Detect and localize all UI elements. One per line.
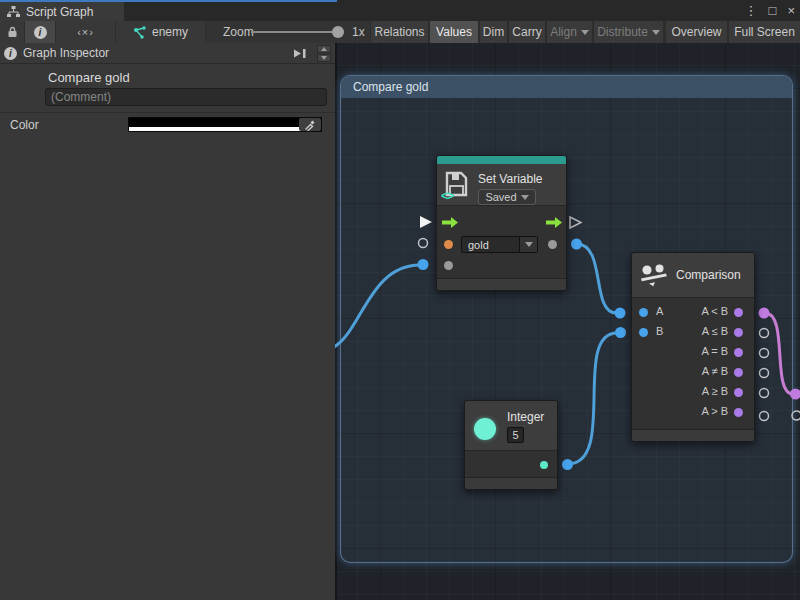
port-unconnected[interactable] — [760, 412, 769, 421]
script-graph-window: Script Graph ⋮ □ × i ‹×› enemy — [0, 0, 800, 600]
dropdown-arrow-button[interactable] — [519, 237, 537, 252]
wire-integer-to-comparison-b[interactable] — [568, 333, 617, 464]
port-output-a-lt-b[interactable] — [734, 308, 743, 317]
port-unconnected[interactable] — [760, 349, 769, 358]
info-icon: i — [4, 47, 17, 60]
toolbar-button-values[interactable]: Values — [430, 21, 478, 43]
wire-endpoint-purple[interactable] — [790, 389, 800, 400]
zoom-value: 1x — [352, 25, 365, 39]
output-label: A < B — [701, 305, 728, 317]
node-header[interactable]: <> Set Variable Saved — [437, 164, 566, 206]
color-label: Color — [10, 118, 39, 132]
toolbar-button-align[interactable]: Align — [547, 21, 592, 43]
color-swatch[interactable] — [128, 117, 322, 132]
wire-endpoint-blue[interactable] — [615, 308, 626, 319]
port-output-a-gt-b[interactable] — [734, 408, 743, 417]
wire-endpoint-blue[interactable] — [615, 327, 626, 338]
toolbar-button-overview[interactable]: Overview — [666, 21, 727, 43]
eyedropper-button[interactable] — [299, 118, 321, 131]
divider — [0, 112, 335, 113]
toolbar-button-carry[interactable]: Carry — [509, 21, 545, 43]
flow-out-port[interactable] — [545, 216, 563, 229]
wire-endpoint-blue[interactable] — [562, 459, 573, 470]
wire-setvariable-to-comparison-a[interactable] — [577, 244, 616, 313]
port-integer-out[interactable] — [540, 461, 548, 469]
graph-breadcrumb[interactable]: enemy — [116, 21, 205, 43]
port-fallback-in[interactable] — [444, 261, 453, 270]
input-label: B — [656, 325, 663, 337]
lock-icon — [7, 26, 18, 38]
port-value-out[interactable] — [548, 240, 557, 249]
chevron-down-icon — [581, 30, 589, 35]
node-comparison[interactable]: Comparison A A < B B A ≤ B A = B — [631, 252, 755, 442]
output-label: A > B — [701, 405, 728, 417]
code-glyph: <> — [441, 189, 453, 203]
close-icon[interactable]: × — [787, 0, 795, 21]
chevron-down-icon — [525, 242, 533, 247]
graph-canvas[interactable]: Compare gold — [335, 43, 800, 600]
wire-endpoint-blue[interactable] — [571, 239, 582, 250]
node-integer[interactable]: Integer 5 — [464, 400, 558, 490]
port-output-a-lte-b[interactable] — [734, 328, 743, 337]
wire-endpoint-purple[interactable] — [759, 308, 770, 319]
port-unconnected[interactable] — [419, 239, 428, 248]
alpha-strip — [129, 127, 301, 131]
zoom-slider-handle[interactable] — [332, 26, 344, 38]
flow-out-triangle-port[interactable] — [570, 217, 581, 228]
node-accent-strip — [437, 156, 566, 164]
port-unconnected[interactable] — [760, 329, 769, 338]
output-label: A ≥ B — [702, 385, 728, 397]
toolbar-button-dim[interactable]: Dim — [480, 21, 507, 43]
node-title: Comparison — [676, 268, 741, 282]
variable-kind-dropdown[interactable]: Saved — [478, 189, 536, 205]
spinner-up-button[interactable] — [317, 45, 331, 53]
port-input-a[interactable] — [639, 308, 648, 317]
toolbar-button-relations[interactable]: Relations — [371, 21, 428, 43]
graph-title: Compare gold — [48, 70, 130, 85]
port-variable-name[interactable] — [444, 240, 453, 249]
panel-spinner — [317, 45, 331, 62]
node-header[interactable]: Comparison — [632, 253, 754, 298]
comparison-row: A A < B — [632, 302, 754, 322]
chevron-down-icon — [521, 195, 529, 200]
inspector-title: Graph Inspector — [23, 46, 286, 60]
port-unconnected[interactable] — [760, 389, 769, 398]
port-output-a-neq-b[interactable] — [734, 368, 743, 377]
zoom-slider-track[interactable] — [251, 31, 340, 33]
triangle-up-icon — [321, 47, 327, 51]
spinner-down-button[interactable] — [317, 54, 331, 62]
toolbar-button-fullscreen[interactable]: Full Screen — [729, 21, 800, 43]
angle-brackets-icon: ‹×› — [77, 26, 94, 38]
lock-button[interactable] — [0, 21, 24, 43]
wire-blue-to-setvariable[interactable] — [335, 265, 420, 347]
comparison-scales-icon — [639, 263, 669, 287]
port-unconnected[interactable] — [792, 411, 800, 420]
window-menu-icon[interactable]: ⋮ — [745, 0, 758, 21]
zoom-label: Zoom — [223, 25, 254, 39]
port-output-a-gte-b[interactable] — [734, 388, 743, 397]
toolbar-button-distribute[interactable]: Distribute — [594, 21, 663, 43]
integer-literal-icon — [474, 418, 496, 440]
input-label: A — [656, 305, 663, 317]
comment-input[interactable] — [45, 88, 327, 106]
port-output-a-eq-b[interactable] — [734, 348, 743, 357]
graph-inspector-panel: i Graph Inspector Compare gold Color — [0, 43, 335, 600]
port-unconnected[interactable] — [760, 369, 769, 378]
port-input-b[interactable] — [639, 328, 648, 337]
node-title: Set Variable — [478, 172, 542, 186]
code-view-button[interactable]: ‹×› — [56, 21, 115, 43]
flow-in-port[interactable] — [441, 216, 459, 229]
dock-panel-icon[interactable] — [292, 48, 307, 59]
maximize-icon[interactable]: □ — [769, 0, 777, 21]
window-controls: ⋮ □ × — [745, 0, 795, 21]
graph-hierarchy-icon — [7, 6, 20, 18]
node-header[interactable]: Integer 5 — [465, 401, 557, 451]
chevron-down-icon — [652, 30, 660, 35]
variable-name-dropdown[interactable]: gold — [461, 236, 538, 253]
flow-arrowhead-icon — [420, 216, 432, 228]
integer-value-field[interactable]: 5 — [507, 427, 524, 443]
wire-endpoint-blue[interactable] — [418, 259, 429, 270]
inspector-toggle-button[interactable]: i — [25, 21, 55, 43]
node-set-variable[interactable]: <> Set Variable Saved gold — [436, 155, 567, 291]
tab-script-graph[interactable]: Script Graph — [0, 2, 124, 21]
